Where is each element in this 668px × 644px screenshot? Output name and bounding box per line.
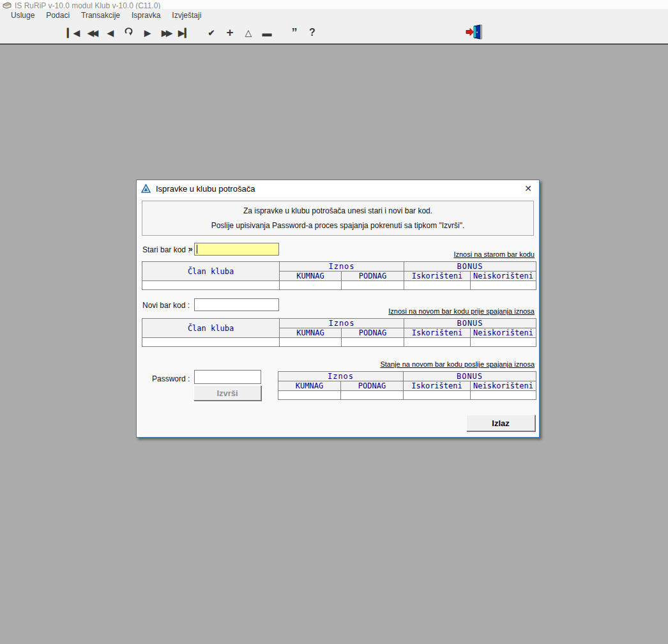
- triangle-logo-icon: [141, 184, 151, 193]
- col-header-iskoristeni: Iskorišteni: [404, 381, 471, 391]
- col-header-neiskoristeni: Neiskorišteni: [471, 272, 536, 281]
- col-header-iskoristeni: Iskorišteni: [404, 272, 471, 281]
- menu-transakcije[interactable]: Transakcije: [75, 10, 126, 21]
- password-input[interactable]: [194, 370, 261, 384]
- col-header-podnag: PODNAG: [342, 272, 404, 281]
- table-row: [142, 281, 536, 290]
- nav-rewind-icon[interactable]: ◀◀: [85, 28, 99, 38]
- col-header-kumnag: KUMNAG: [280, 272, 342, 281]
- table-stari-bar-kod: Član kluba Iznos BONUS KUMNAG PODNAG Isk…: [142, 261, 536, 290]
- col-header-kumnag: KUMNAG: [280, 328, 342, 338]
- app-icon: [3, 2, 11, 9]
- col-header-neiskoristeni: Neiskorišteni: [471, 381, 536, 391]
- delete-icon[interactable]: ▬: [260, 27, 274, 38]
- stari-bar-kod-label: Stari bar kod :: [142, 245, 190, 254]
- confirm-icon[interactable]: ✔: [204, 28, 218, 38]
- add-icon[interactable]: +: [223, 26, 237, 40]
- info-line-2: Poslije upisivanja Password-a proces spa…: [211, 221, 465, 230]
- novi-bar-kod-label: Novi bar kod :: [142, 301, 190, 310]
- col-header-iskoristeni: Iskorišteni: [404, 328, 471, 338]
- col-header-podnag: PODNAG: [341, 381, 404, 391]
- help-icon[interactable]: ?: [305, 27, 319, 38]
- col-group-iznos: Iznos: [280, 319, 404, 328]
- nav-last-icon[interactable]: ▶▎: [178, 28, 192, 38]
- table-novi-bar-kod: Član kluba Iznos BONUS KUMNAG PODNAG Isk…: [142, 318, 536, 347]
- stari-bar-kod-input[interactable]: [194, 243, 279, 256]
- focus-chevron: »: [188, 245, 193, 254]
- nav-first-icon[interactable]: ▎◀: [66, 28, 80, 38]
- col-group-bonus: BONUS: [404, 262, 536, 272]
- toolbar: ▎◀ ◀◀ ◀ ▶ ▶▶ ▶▎ ✔ + △ ▬ ” ?: [0, 22, 668, 43]
- exit-door-icon[interactable]: [464, 23, 484, 41]
- col-header-kumnag: KUMNAG: [278, 381, 341, 391]
- nav-forward-icon[interactable]: ▶▶: [159, 28, 173, 38]
- app-title: IS RuRiP v-10.0 modul Klub v-10.0 (C11.0…: [15, 1, 160, 9]
- link-iznosi-stari[interactable]: Iznosi na starom bar kodu: [453, 250, 535, 258]
- dialog-ispravke-u-klubu: Ispravke u klubu potrošača ✕ Za ispravke…: [136, 180, 540, 438]
- warning-triangle-icon[interactable]: △: [241, 27, 255, 38]
- refresh-icon[interactable]: [122, 27, 136, 38]
- nav-back-icon[interactable]: ◀: [103, 28, 118, 38]
- info-box: Za ispravke u klubu potrošača unesi star…: [142, 201, 534, 236]
- menu-ispravka[interactable]: Ispravka: [126, 10, 166, 21]
- novi-bar-kod-input[interactable]: [194, 298, 279, 311]
- col-group-bonus: BONUS: [404, 319, 536, 328]
- link-stanje-novi-poslije[interactable]: Stanje na novom bar kodu poslije spajanj…: [380, 360, 535, 368]
- col-header-clan-kluba: Član kluba: [142, 262, 280, 281]
- quote-icon[interactable]: ”: [287, 26, 301, 40]
- menubar: Usluge Podaci Transakcije Ispravka Izvje…: [0, 9, 668, 22]
- izlaz-button[interactable]: Izlaz: [466, 415, 535, 431]
- table-stanje-poslije: Iznos BONUS KUMNAG PODNAG Iskorišteni Ne…: [278, 371, 536, 400]
- menu-usluge[interactable]: Usluge: [5, 10, 40, 21]
- password-label: Password :: [152, 374, 190, 383]
- info-line-1: Za ispravke u klubu potrošača unesi star…: [243, 206, 432, 215]
- izvrsi-button[interactable]: Izvrši: [194, 385, 261, 401]
- dialog-title: Ispravke u klubu potrošača: [156, 184, 255, 194]
- col-header-podnag: PODNAG: [342, 328, 404, 338]
- col-group-iznos: Iznos: [278, 372, 404, 381]
- dialog-titlebar[interactable]: Ispravke u klubu potrošača ✕: [137, 180, 539, 197]
- close-icon[interactable]: ✕: [517, 180, 539, 197]
- menu-podaci[interactable]: Podaci: [40, 10, 75, 21]
- link-iznosi-novi-prije[interactable]: Iznosi na novom bar kodu prije spajanja …: [388, 307, 535, 315]
- col-header-neiskoristeni: Neiskorišteni: [471, 328, 536, 338]
- app-titlebar: IS RuRiP v-10.0 modul Klub v-10.0 (C11.0…: [0, 0, 668, 9]
- nav-play-icon[interactable]: ▶: [140, 28, 155, 38]
- col-header-clan-kluba: Član kluba: [142, 319, 280, 338]
- menu-izvjestaji[interactable]: Izvještaji: [166, 10, 207, 21]
- col-group-iznos: Iznos: [280, 262, 404, 272]
- col-group-bonus: BONUS: [404, 372, 536, 381]
- text-caret: [197, 245, 197, 254]
- table-row: [278, 391, 536, 400]
- table-row: [142, 338, 536, 347]
